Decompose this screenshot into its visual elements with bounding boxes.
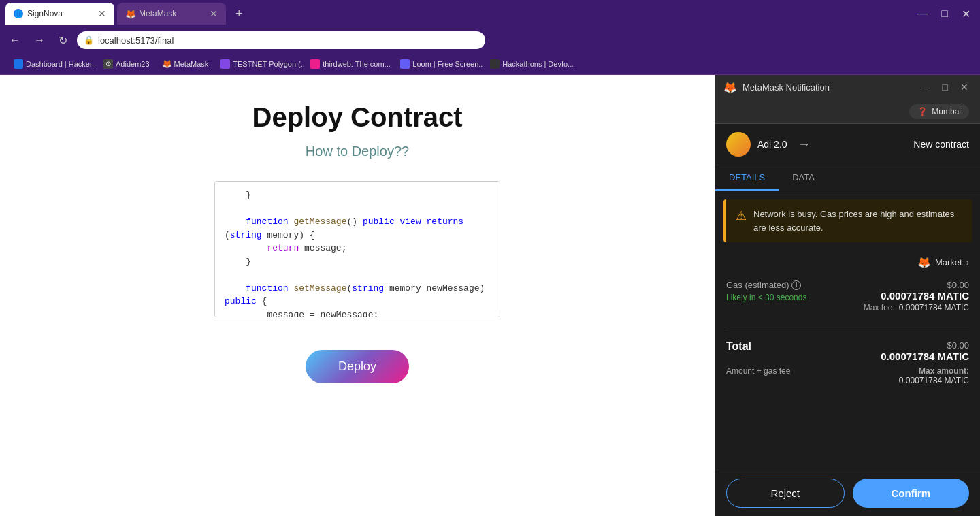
mm-gas-row: Gas (estimated) i Likely in < 30 seconds… [726, 280, 969, 312]
bookmark-testnet-favicon [220, 59, 230, 69]
mm-account-bar: Adi 2.0 → New contract [715, 124, 980, 165]
close-button[interactable]: ✕ [958, 6, 975, 22]
mm-total-right: $0.00 0.00071784 MATIC [881, 340, 969, 362]
mm-account-name: Adi 2.0 [757, 139, 787, 150]
tab-data[interactable]: DATA [779, 165, 828, 191]
maximize-button[interactable]: □ [937, 6, 952, 21]
mm-warning-text: Network is busy. Gas prices are high and… [753, 208, 962, 234]
mm-max-amount-group: Max amount: 0.00071784 MATIC [899, 366, 969, 385]
bookmark-hackathons-label: Hackathons | Devfo... [502, 60, 573, 68]
bookmark-dashboard-favicon [14, 59, 23, 69]
mm-market-link[interactable]: Market [935, 257, 962, 268]
main-area: Deploy Contract How to Deploy?? } functi… [0, 75, 980, 516]
forward-button[interactable]: → [30, 31, 49, 49]
page-title: Deploy Contract [252, 102, 463, 133]
mm-market-row: 🦊 Market › [715, 251, 980, 274]
mm-total-section: Total $0.00 0.00071784 MATIC Amount + ga… [715, 335, 980, 393]
tab-metamask[interactable]: 🦊 MetaMask ✕ [117, 3, 226, 25]
mm-gas-right: $0.00 0.00071784 MATIC Max fee: 0.000717… [864, 280, 969, 312]
mm-network-badge[interactable]: ❓ Mumbai [909, 104, 969, 119]
mm-gas-usd: $0.00 [864, 280, 969, 290]
webpage-content: Deploy Contract How to Deploy?? } functi… [0, 75, 715, 516]
bookmark-testnet[interactable]: TESTNET Polygon (... [215, 57, 304, 71]
tab-details[interactable]: DETAILS [715, 165, 779, 191]
mm-titlebar: 🦊 MetaMask Notification — □ ✕ [715, 75, 980, 99]
metamask-panel: 🦊 MetaMask Notification — □ ✕ ❓ Mumbai A… [715, 75, 980, 516]
mm-new-contract-label: New contract [913, 139, 969, 150]
reload-button[interactable]: ↻ [54, 31, 71, 50]
bookmark-adidem23-favicon: ⊙ [103, 59, 113, 69]
bookmark-thirdweb[interactable]: thirdweb: The com... [305, 57, 393, 71]
mm-max-amount-label: Max amount: [899, 366, 969, 376]
mm-total-matic: 0.00071784 MATIC [881, 351, 969, 362]
mm-market-chevron: › [966, 257, 969, 268]
mm-gas-label: Gas (estimated) i [726, 280, 806, 290]
mm-close-button[interactable]: ✕ [957, 80, 972, 94]
address-bar[interactable]: 🔒 localhost:5173/final [77, 31, 485, 49]
mm-max-amount-val: 0.00071784 MATIC [899, 376, 969, 385]
mm-total-row: Total $0.00 0.00071784 MATIC [726, 340, 969, 362]
new-tab-button[interactable]: + [231, 5, 247, 22]
minimize-button[interactable]: — [913, 6, 932, 21]
mm-amount-gas-row: Amount + gas fee Max amount: 0.00071784 … [726, 366, 969, 385]
mm-arrow-icon: → [798, 138, 811, 152]
browser-titlebar: 🌐 SignNova ✕ 🦊 MetaMask ✕ + — □ ✕ [0, 0, 980, 27]
bookmark-metamask[interactable]: 🦊 MetaMask [157, 57, 214, 71]
mm-avatar [726, 132, 751, 157]
bookmark-loom-favicon [400, 59, 410, 69]
market-fox-icon: 🦊 [917, 256, 931, 269]
signnova-favicon: 🌐 [14, 9, 23, 18]
mm-total-usd: $0.00 [881, 340, 969, 351]
mm-maxfee-label: Max fee: [864, 303, 895, 312]
mm-minimize-button[interactable]: — [917, 80, 934, 94]
bookmark-testnet-label: TESTNET Polygon (... [233, 60, 304, 68]
bookmark-hackathons-favicon [490, 59, 500, 69]
confirm-button[interactable]: Confirm [853, 479, 970, 508]
browser-toolbar: ← → ↻ 🔒 localhost:5173/final [0, 27, 980, 53]
mm-network-name: Mumbai [932, 107, 961, 116]
bookmark-metamask-favicon: 🦊 [162, 59, 172, 69]
mm-likely-text: Likely in < 30 seconds [726, 293, 806, 302]
mm-tabs: DETAILS DATA [715, 165, 980, 191]
deploy-button[interactable]: Deploy [306, 350, 409, 383]
bookmark-thirdweb-favicon [310, 59, 320, 69]
mm-gas-section: Gas (estimated) i Likely in < 30 seconds… [715, 274, 980, 323]
bookmark-adidem23-label: Adidem23 [116, 60, 150, 68]
back-button[interactable]: ← [5, 31, 24, 49]
bookmarks-bar: Dashboard | Hacker... ⊙ Adidem23 🦊 MetaM… [0, 53, 980, 75]
tab-signnova-close[interactable]: ✕ [98, 8, 106, 19]
code-editor[interactable]: } function getMessage() public view retu… [214, 181, 500, 317]
tab-signnova-title: SignNova [27, 9, 94, 18]
tab-metamask-title: MetaMask [139, 9, 206, 18]
window-controls: — □ ✕ [913, 6, 975, 22]
bookmark-hackathons[interactable]: Hackathons | Devfo... [485, 57, 573, 71]
bookmark-dashboard-label: Dashboard | Hacker... [26, 60, 97, 68]
mm-divider [726, 329, 969, 329]
mm-maximize-button[interactable]: □ [939, 80, 951, 94]
mm-warning-box: ⚠ Network is busy. Gas prices are high a… [723, 199, 972, 242]
mm-gas-matic: 0.00071784 MATIC [864, 290, 969, 302]
lock-icon: 🔒 [84, 35, 94, 45]
address-text: localhost:5173/final [98, 35, 174, 46]
mm-amount-gas-label: Amount + gas fee [726, 366, 790, 385]
bookmark-dashboard[interactable]: Dashboard | Hacker... [8, 57, 97, 71]
mm-maxfee-row: Max fee: 0.00071784 MATIC [864, 303, 969, 312]
mm-footer: Reject Confirm [715, 470, 980, 516]
tab-metamask-close[interactable]: ✕ [210, 8, 218, 19]
bookmark-thirdweb-label: thirdweb: The com... [323, 60, 390, 68]
mm-gas-left: Gas (estimated) i Likely in < 30 seconds [726, 280, 806, 302]
tab-signnova[interactable]: 🌐 SignNova ✕ [5, 3, 114, 25]
code-content: } function getMessage() public view retu… [225, 189, 490, 317]
question-icon: ❓ [917, 107, 928, 116]
bookmark-loom[interactable]: Loom | Free Screen... [395, 57, 483, 71]
metamask-tab-favicon: 🦊 [125, 9, 135, 18]
mm-network-bar: ❓ Mumbai [715, 99, 980, 124]
mm-maxfee-val: 0.00071784 MATIC [899, 303, 969, 312]
mm-content: ⚠ Network is busy. Gas prices are high a… [715, 191, 980, 470]
reject-button[interactable]: Reject [726, 479, 845, 508]
mm-total-label: Total [726, 340, 751, 353]
bookmark-metamask-label: MetaMask [174, 60, 209, 68]
bookmark-adidem23[interactable]: ⊙ Adidem23 [98, 57, 155, 71]
mm-title-text: MetaMask Notification [742, 82, 912, 93]
info-icon[interactable]: i [791, 280, 801, 290]
